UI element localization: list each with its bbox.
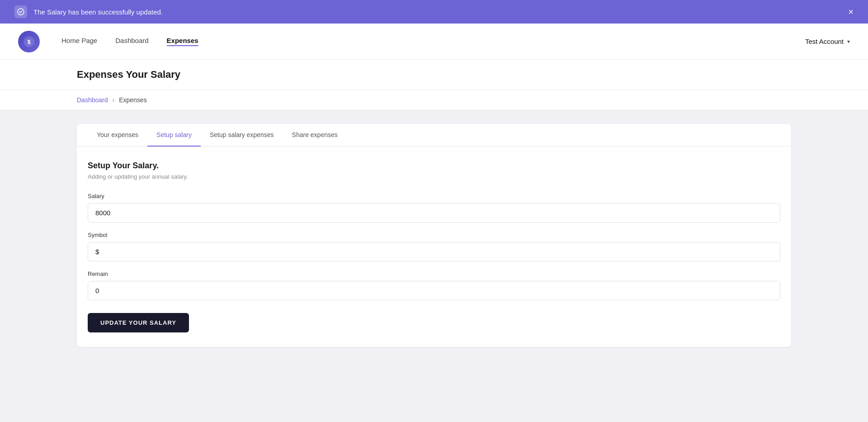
expenses-card: Your expenses Setup salary Setup salary … bbox=[77, 124, 791, 347]
toast-message: The Salary has been successfully updated… bbox=[33, 8, 163, 16]
symbol-label: Symbol bbox=[88, 232, 780, 238]
breadcrumb-separator: › bbox=[113, 96, 115, 104]
toast-icon bbox=[14, 5, 27, 18]
toast-notification: The Salary has been successfully updated… bbox=[0, 0, 868, 24]
symbol-group: Symbol bbox=[88, 232, 780, 261]
form-section: Setup Your Salary. Adding or updating yo… bbox=[77, 147, 791, 347]
form-title: Setup Your Salary. bbox=[88, 161, 780, 171]
tab-setup-salary-expenses[interactable]: Setup salary expenses bbox=[201, 124, 283, 147]
page-header: Expenses Your Salary bbox=[0, 60, 868, 90]
salary-input[interactable] bbox=[88, 203, 780, 223]
tabs-container: Your expenses Setup salary Setup salary … bbox=[77, 124, 791, 147]
nav-dashboard[interactable]: Dashboard bbox=[115, 37, 148, 46]
page-title: Expenses Your Salary bbox=[77, 69, 791, 81]
symbol-input[interactable] bbox=[88, 242, 780, 261]
remain-group: Remain bbox=[88, 270, 780, 300]
salary-group: Salary bbox=[88, 193, 780, 223]
tab-setup-salary[interactable]: Setup salary bbox=[147, 124, 201, 147]
header: $ Home Page Dashboard Expenses Test Acco… bbox=[0, 24, 868, 60]
svg-text:$: $ bbox=[27, 38, 31, 45]
user-account-name: Test Account bbox=[805, 38, 844, 45]
breadcrumb-dashboard-link[interactable]: Dashboard bbox=[77, 96, 108, 104]
form-subtitle: Adding or updating your annual salary. bbox=[88, 173, 780, 180]
nav-home[interactable]: Home Page bbox=[61, 37, 97, 46]
main-content: Your expenses Setup salary Setup salary … bbox=[0, 124, 868, 347]
nav-links: Home Page Dashboard Expenses bbox=[61, 37, 805, 46]
toast-close-button[interactable]: × bbox=[848, 7, 854, 16]
nav-expenses[interactable]: Expenses bbox=[167, 37, 198, 46]
user-account-menu[interactable]: Test Account ▾ bbox=[805, 38, 850, 45]
salary-label: Salary bbox=[88, 193, 780, 199]
remain-input[interactable] bbox=[88, 281, 780, 300]
chevron-down-icon: ▾ bbox=[847, 38, 850, 45]
app-logo: $ bbox=[18, 31, 40, 52]
tab-share-expenses[interactable]: Share expenses bbox=[283, 124, 347, 147]
tab-your-expenses[interactable]: Your expenses bbox=[88, 124, 147, 147]
breadcrumb-current: Expenses bbox=[119, 96, 146, 104]
breadcrumb: Dashboard › Expenses bbox=[0, 90, 868, 110]
update-salary-button[interactable]: UPDATE YOUR SALARY bbox=[88, 313, 189, 332]
remain-label: Remain bbox=[88, 270, 780, 277]
